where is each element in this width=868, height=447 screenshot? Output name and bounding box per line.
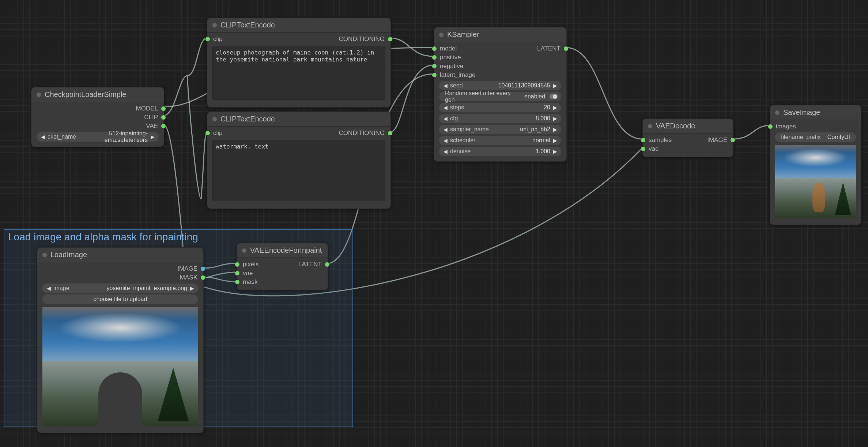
collapse-icon[interactable] (242, 248, 246, 253)
collapse-icon[interactable] (42, 253, 47, 257)
input-clip[interactable]: clip (207, 129, 228, 138)
output-conditioning[interactable]: CONDITIONING (333, 129, 390, 138)
upload-button[interactable]: choose file to upload (42, 294, 198, 304)
node-title: VAEEncodeForInpaint (250, 246, 322, 255)
input-vae[interactable]: vae (237, 269, 264, 278)
image-preview (42, 307, 198, 426)
node-checkpoint-loader[interactable]: CheckpointLoaderSimple MODEL CLIP VAE ◀c… (31, 87, 164, 147)
input-pixels[interactable]: pixels (237, 260, 264, 269)
steps-widget[interactable]: ◀steps20▶ (439, 103, 561, 112)
input-clip[interactable]: clip (207, 35, 228, 44)
node-title: VAEDecode (656, 122, 695, 130)
output-image[interactable]: IMAGE (702, 136, 733, 144)
input-vae[interactable]: vae (643, 144, 677, 153)
collapse-icon[interactable] (648, 124, 652, 128)
output-vae[interactable]: VAE (131, 122, 164, 131)
collapse-icon[interactable] (37, 93, 41, 97)
input-positive[interactable]: positive (434, 53, 480, 62)
output-model[interactable]: MODEL (131, 104, 164, 113)
input-model[interactable]: model (434, 44, 480, 53)
node-save-image[interactable]: SaveImage images filename_prefixComfyUI (770, 105, 861, 225)
output-clip[interactable]: CLIP (131, 113, 164, 122)
prompt-textarea[interactable]: watermark, text (212, 140, 385, 201)
node-clip-text-encode-positive[interactable]: CLIPTextEncode clip CONDITIONING closeup… (207, 18, 391, 108)
input-images[interactable]: images (770, 122, 861, 131)
node-graph-canvas[interactable]: Load image and alpha mask for inpainting… (0, 0, 868, 447)
node-title: KSampler (447, 30, 479, 39)
group-title: Load image and alpha mask for inpainting (8, 231, 198, 243)
node-load-image[interactable]: LoadImage IMAGE MASK ◀imageyosemite_inpa… (37, 247, 204, 433)
output-latent[interactable]: LATENT (532, 44, 566, 53)
node-title: CLIPTextEncode (220, 115, 275, 123)
input-latent-image[interactable]: latent_image (434, 71, 480, 79)
node-ksampler[interactable]: KSampler model positive negative latent_… (434, 27, 567, 162)
input-negative[interactable]: negative (434, 62, 480, 71)
ckpt-name-widget[interactable]: ◀ckpt_name512-inpainting-ema.safetensors… (37, 132, 159, 142)
node-title: SaveImage (783, 108, 820, 117)
sampler-name-widget[interactable]: ◀sampler_nameuni_pc_bh2▶ (439, 125, 561, 134)
output-latent[interactable]: LATENT (293, 260, 328, 269)
input-samples[interactable]: samples (643, 136, 677, 144)
denoise-widget[interactable]: ◀denoise1.000▶ (439, 147, 561, 156)
output-conditioning[interactable]: CONDITIONING (333, 35, 390, 44)
random-seed-toggle[interactable]: Random seed after every genenabled (439, 92, 561, 101)
input-mask[interactable]: mask (237, 278, 264, 286)
node-vae-encode-inpaint[interactable]: VAEEncodeForInpaint pixels vae mask LATE… (237, 243, 328, 290)
seed-widget[interactable]: ◀seed1040111309094545▶ (439, 81, 561, 90)
collapse-icon[interactable] (775, 110, 780, 115)
output-image[interactable]: IMAGE (172, 264, 203, 273)
image-name-widget[interactable]: ◀imageyosemite_inpaint_example.png▶ (42, 283, 198, 293)
node-title: CheckpointLoaderSimple (45, 90, 126, 99)
output-mask[interactable]: MASK (172, 273, 203, 282)
prompt-textarea[interactable]: closeup photograph of maine coon (cat:1.… (212, 46, 385, 100)
node-vae-decode[interactable]: VAEDecode samples vae IMAGE (642, 119, 733, 157)
node-title: LoadImage (50, 251, 87, 259)
collapse-icon[interactable] (212, 117, 217, 121)
cfg-widget[interactable]: ◀cfg8.000▶ (439, 114, 561, 123)
collapse-icon[interactable] (212, 23, 217, 27)
scheduler-widget[interactable]: ◀schedulernormal▶ (439, 136, 561, 145)
collapse-icon[interactable] (439, 33, 444, 37)
filename-prefix-widget[interactable]: filename_prefixComfyUI (775, 132, 856, 142)
node-title: CLIPTextEncode (220, 21, 275, 29)
output-image-preview (775, 145, 856, 218)
node-clip-text-encode-negative[interactable]: CLIPTextEncode clip CONDITIONING waterma… (207, 112, 391, 209)
